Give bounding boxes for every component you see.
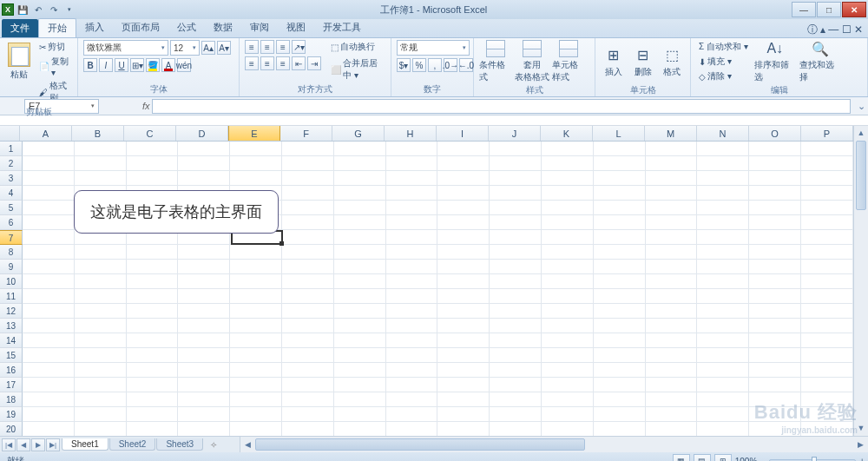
percent-button[interactable]: % (412, 58, 426, 72)
qat-undo-icon[interactable]: ↶ (31, 3, 45, 16)
delete-cells-button[interactable]: ⊟删除 (630, 40, 656, 83)
cell[interactable] (490, 304, 542, 319)
cell[interactable] (646, 156, 698, 171)
cell[interactable] (230, 142, 282, 156)
cell[interactable] (697, 304, 749, 319)
cell[interactable] (282, 392, 334, 407)
cell[interactable] (334, 274, 386, 289)
cell[interactable] (23, 289, 75, 304)
format-as-table-button[interactable]: 套用 表格格式 (516, 40, 549, 83)
font-color-button[interactable]: A (161, 58, 175, 72)
cell[interactable] (178, 274, 230, 289)
row-header-1[interactable]: 1 (0, 142, 23, 156)
cell[interactable] (334, 319, 386, 333)
cell[interactable] (386, 333, 438, 348)
cell[interactable] (386, 363, 438, 378)
cell[interactable] (437, 407, 490, 422)
cell[interactable] (386, 156, 438, 171)
row-header-9[interactable]: 9 (0, 260, 23, 274)
cell[interactable] (542, 348, 594, 363)
cell[interactable] (437, 245, 490, 260)
cell[interactable] (23, 378, 75, 392)
indent-inc-button[interactable]: ⇥ (307, 56, 321, 70)
vscroll-thumb[interactable] (856, 141, 866, 210)
cell[interactable] (594, 274, 646, 289)
sheet-nav-next-icon[interactable]: ▶ (31, 438, 45, 451)
cell[interactable] (75, 171, 127, 186)
cell[interactable] (334, 392, 386, 407)
cell[interactable] (697, 333, 749, 348)
cell[interactable] (646, 407, 698, 422)
cell[interactable] (75, 274, 127, 289)
align-center-button[interactable]: ≡ (260, 56, 274, 70)
cell[interactable] (594, 348, 646, 363)
cell[interactable] (542, 156, 594, 171)
cell[interactable] (437, 363, 490, 378)
cell[interactable] (801, 186, 853, 201)
cell[interactable] (801, 407, 853, 422)
sheet-tab-Sheet2[interactable]: Sheet2 (109, 438, 156, 451)
cell[interactable] (230, 363, 282, 378)
cell[interactable] (230, 245, 282, 260)
cell[interactable] (490, 319, 542, 333)
cell[interactable] (801, 156, 853, 171)
cell[interactable] (542, 319, 594, 333)
cell[interactable] (801, 245, 853, 260)
qat-redo-icon[interactable]: ↷ (47, 3, 61, 16)
format-cells-button[interactable]: ⬚格式 (659, 40, 685, 83)
cell[interactable] (490, 201, 542, 215)
cell[interactable] (75, 348, 127, 363)
cell[interactable] (282, 186, 334, 201)
cell[interactable] (127, 156, 179, 171)
cell[interactable] (749, 319, 801, 333)
cell[interactable] (334, 171, 386, 186)
cell[interactable] (542, 230, 594, 245)
cell[interactable] (23, 142, 75, 156)
horizontal-scrollbar[interactable]: ◀ ▶ (240, 437, 868, 452)
tab-公式[interactable]: 公式 (168, 18, 205, 37)
cell[interactable] (490, 378, 542, 392)
cell[interactable] (594, 304, 646, 319)
cell[interactable] (437, 319, 490, 333)
file-tab[interactable]: 文件 (2, 19, 38, 37)
cell[interactable] (334, 363, 386, 378)
cell[interactable] (490, 274, 542, 289)
cell-styles-button[interactable]: 单元格样式 (552, 40, 585, 83)
cell[interactable] (594, 260, 646, 274)
cell[interactable] (801, 363, 853, 378)
select-all-corner[interactable] (0, 126, 20, 141)
inc-decimal-button[interactable]: .0→ (444, 58, 457, 72)
cell[interactable] (127, 274, 179, 289)
cell[interactable] (646, 215, 698, 230)
merge-center-button[interactable]: ⬜ 合并后居中 ▾ (328, 56, 385, 82)
row-header-18[interactable]: 18 (0, 392, 23, 407)
cell[interactable] (334, 422, 386, 436)
col-header-F[interactable]: F (280, 126, 332, 141)
cell[interactable] (437, 289, 490, 304)
cells-grid[interactable]: 1234567891011121314151617181920 (0, 142, 853, 436)
cell[interactable] (230, 171, 282, 186)
cell[interactable] (230, 260, 282, 274)
cell[interactable] (23, 304, 75, 319)
cell[interactable] (23, 392, 75, 407)
cell[interactable] (386, 142, 438, 156)
cell[interactable] (594, 245, 646, 260)
cell[interactable] (386, 289, 438, 304)
row-header-13[interactable]: 13 (0, 319, 23, 333)
cell[interactable] (542, 378, 594, 392)
cell[interactable] (178, 378, 230, 392)
cell[interactable] (127, 348, 179, 363)
scroll-right-icon[interactable]: ▶ (853, 440, 868, 449)
cell[interactable] (542, 274, 594, 289)
cell[interactable] (386, 392, 438, 407)
cell[interactable] (801, 333, 853, 348)
cell[interactable] (437, 260, 490, 274)
cell[interactable] (282, 407, 334, 422)
cell[interactable] (594, 230, 646, 245)
cell[interactable] (697, 201, 749, 215)
cell[interactable] (542, 289, 594, 304)
cell[interactable] (75, 378, 127, 392)
cell[interactable] (437, 171, 490, 186)
cell[interactable] (282, 201, 334, 215)
cell[interactable] (437, 215, 490, 230)
